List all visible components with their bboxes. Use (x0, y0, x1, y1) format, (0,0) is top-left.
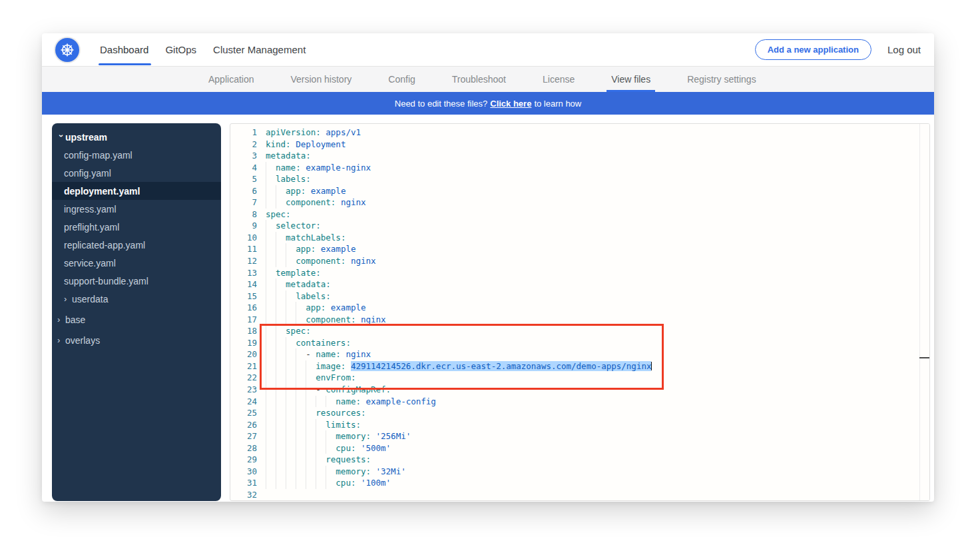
code-line-8[interactable]: 8spec: (230, 209, 929, 221)
code-line-12[interactable]: 12component: nginx (230, 255, 929, 267)
code-line-19[interactable]: 19containers: (230, 337, 929, 349)
code-line-30[interactable]: 30memory: '32Mi' (230, 466, 929, 478)
indent-guide (266, 384, 276, 396)
indent-guide (266, 396, 276, 408)
code-line-5[interactable]: 5labels: (230, 173, 929, 185)
token: cpu: (336, 478, 356, 488)
indent-guide (276, 454, 286, 466)
code-line-25[interactable]: 25resources: (230, 407, 929, 419)
indent-guide (266, 232, 276, 244)
banner-click-here-link[interactable]: Click here (490, 99, 531, 109)
line-number: 6 (230, 185, 257, 197)
indent-guide (276, 243, 286, 255)
chevron-right-icon[interactable]: › (57, 314, 65, 324)
code-text: resources: (257, 407, 366, 419)
code-line-24[interactable]: 24name: example-config (230, 396, 929, 408)
indent-guide (296, 454, 306, 466)
token: nginx (341, 349, 371, 359)
code-line-6[interactable]: 6app: example (230, 185, 929, 197)
nav-tab-cluster-management[interactable]: Cluster Management (213, 33, 306, 66)
file-tree-item-service-yaml[interactable]: service.yaml (52, 254, 221, 272)
logout-link[interactable]: Log out (887, 44, 921, 55)
code-line-7[interactable]: 7component: nginx (230, 197, 929, 209)
subnav-tab-license[interactable]: License (543, 67, 575, 92)
code-line-20[interactable]: 20- name: nginx (230, 348, 929, 360)
code-line-9[interactable]: 9selector: (230, 220, 929, 232)
indent-guide (266, 290, 276, 302)
subnav-tab-version-history[interactable]: Version history (291, 67, 352, 92)
subnav-tab-application[interactable]: Application (208, 67, 254, 92)
file-tree-item-overlays[interactable]: ›overlays (52, 331, 221, 349)
indent-guide (286, 477, 296, 489)
code-line-28[interactable]: 28cpu: '500m' (230, 442, 929, 454)
indent-guide (266, 173, 276, 185)
file-tree-item-userdata[interactable]: ›userdata (52, 290, 221, 308)
subnav-tab-troubleshoot[interactable]: Troubleshoot (452, 67, 506, 92)
code-line-3[interactable]: 3metadata: (230, 150, 929, 162)
file-tree-item-ingress-yaml[interactable]: ingress.yaml (52, 200, 221, 218)
kubernetes-logo-icon (55, 38, 79, 62)
code-line-10[interactable]: 10matchLabels: (230, 232, 929, 244)
code-line-32[interactable]: 32 (230, 489, 929, 501)
file-tree-item-support-bundle-yaml[interactable]: support-bundle.yaml (52, 272, 221, 290)
indent-guide (296, 314, 306, 326)
indent-guide (296, 442, 306, 454)
indent-guide (266, 267, 276, 279)
code-line-27[interactable]: 27memory: '256Mi' (230, 430, 929, 442)
nav-tab-gitops[interactable]: GitOps (165, 33, 196, 66)
file-tree-item-replicated-app-yaml[interactable]: replicated-app.yaml (52, 236, 221, 254)
chevron-right-icon[interactable]: › (57, 335, 65, 345)
code-line-4[interactable]: 4name: example-nginx (230, 162, 929, 174)
indent-guide (266, 325, 276, 337)
token: app: (296, 244, 316, 254)
add-application-button[interactable]: Add a new application (755, 39, 871, 60)
code-line-2[interactable]: 2kind: Deployment (230, 139, 929, 151)
code-line-22[interactable]: 22envFrom: (230, 372, 929, 384)
token: name: (316, 349, 341, 359)
indent-guide (286, 243, 296, 255)
file-tree-item-base[interactable]: ›base (52, 310, 221, 328)
subnav-tab-config[interactable]: Config (388, 67, 415, 92)
subnav-tab-view-files[interactable]: View files (611, 67, 650, 92)
code-line-1[interactable]: 1apiVersion: apps/v1 (230, 127, 929, 139)
indent-guide (326, 396, 336, 408)
token: spec: (286, 326, 311, 336)
file-tree-item-config-yaml[interactable]: config.yaml (52, 164, 221, 182)
nav-tab-dashboard[interactable]: Dashboard (100, 33, 148, 66)
selected-text: 429114214526.dkr.ecr.us-east-2.amazonaws… (351, 361, 652, 371)
code-line-13[interactable]: 13template: (230, 267, 929, 279)
code-line-11[interactable]: 11app: example (230, 243, 929, 255)
code-text: memory: '256Mi' (257, 430, 411, 442)
chevron-right-icon[interactable]: › (64, 294, 72, 304)
file-tree-item-preflight-yaml[interactable]: preflight.yaml (52, 218, 221, 236)
code-line-18[interactable]: 18spec: (230, 325, 929, 337)
code-line-14[interactable]: 14metadata: (230, 278, 929, 290)
code-line-31[interactable]: 31cpu: '100m' (230, 477, 929, 489)
file-tree-item-upstream[interactable]: ›upstream (52, 128, 221, 146)
code-line-23[interactable]: 23- configMapRef: (230, 384, 929, 396)
token: cpu: (336, 443, 356, 453)
yaml-editor[interactable]: 1apiVersion: apps/v12kind: Deployment3me… (230, 123, 930, 501)
indent-guide (266, 314, 276, 326)
view-files-content: ›upstreamconfig-map.yamlconfig.yamldeplo… (42, 115, 934, 502)
code-line-16[interactable]: 16app: example (230, 302, 929, 314)
indent-guide (266, 278, 276, 290)
indent-guide (316, 454, 326, 466)
chevron-down-icon[interactable]: › (57, 135, 67, 143)
code-line-15[interactable]: 15labels: (230, 290, 929, 302)
file-tree-item-deployment-yaml[interactable]: deployment.yaml (52, 182, 221, 200)
token: nginx (346, 256, 375, 266)
line-number: 28 (230, 442, 257, 454)
code-line-26[interactable]: 26limits: (230, 419, 929, 431)
indent-guide (296, 396, 306, 408)
code-line-29[interactable]: 29requests: (230, 454, 929, 466)
indent-guide (296, 430, 306, 442)
line-number: 3 (230, 150, 257, 162)
indent-guide (266, 430, 276, 442)
code-line-21[interactable]: 21image: 429114214526.dkr.ecr.us-east-2.… (230, 360, 929, 372)
subnav-tab-registry-settings[interactable]: Registry settings (687, 67, 756, 92)
file-tree-item-config-map-yaml[interactable]: config-map.yaml (52, 146, 221, 164)
editor-overview-ruler[interactable] (919, 124, 929, 500)
banner-text-suffix: to learn how (534, 99, 581, 109)
code-line-17[interactable]: 17component: nginx (230, 314, 929, 326)
